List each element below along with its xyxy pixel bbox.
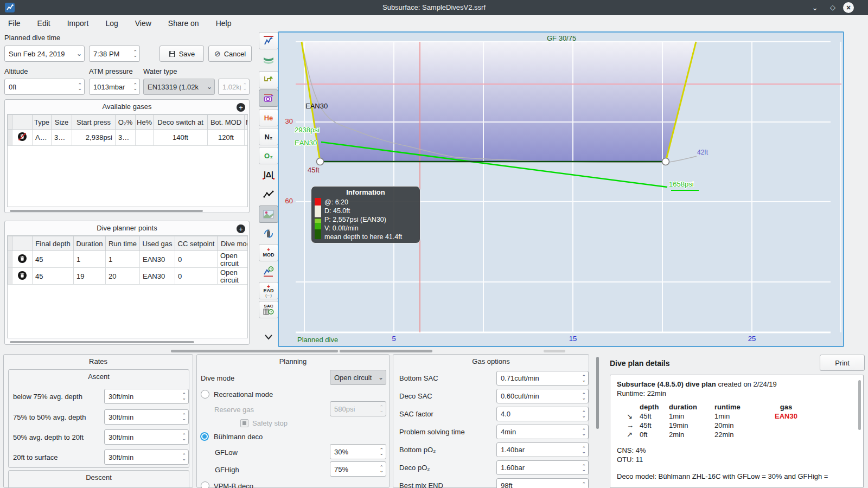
delete-gas-icon[interactable] (12, 130, 33, 146)
toolbar-collapse-button[interactable] (259, 331, 278, 344)
point-depth-cell[interactable]: 45 (33, 268, 74, 285)
gas-he-cell[interactable] (136, 130, 154, 146)
menu-bar: File Edit Import Log View Share on Help (0, 15, 868, 31)
dive-mode-combobox[interactable]: Open circuit ⌄ (330, 370, 386, 385)
planned-dive-time-label: Planned dive time (4, 34, 60, 42)
cancel-button[interactable]: ⊘ Cancel (208, 46, 252, 62)
add-gas-button[interactable]: + (237, 103, 245, 112)
point-gas-cell[interactable]: EAN30 (140, 268, 175, 285)
water-type-combobox[interactable]: EN13319 (1.02k ⌄ (143, 79, 215, 95)
safety-stop-checkbox[interactable] (240, 419, 248, 427)
gases-col-size: Size (52, 115, 72, 130)
splitter-bar[interactable] (340, 350, 432, 352)
recreational-mode-label: Recreational mode (214, 390, 273, 399)
sac-factor-spinbox[interactable]: 4.0 ⌃⌄ (496, 407, 589, 421)
gfhigh-spinbox[interactable]: 75% ⌃⌄ (330, 461, 386, 477)
altitude-spinbox[interactable]: 0ft ⌃⌄ (4, 79, 85, 95)
buhlmann-deco-radio[interactable] (200, 432, 209, 441)
point-setpoint-cell[interactable]: 0 (175, 268, 218, 285)
maximize-button[interactable]: ◇ (830, 3, 835, 11)
seg-gas: EAN30 (764, 412, 808, 421)
oxygen-tool-button[interactable]: O₂ (259, 147, 278, 164)
menu-share-on[interactable]: Share on (167, 17, 200, 30)
point-gas-cell[interactable]: EAN30 (140, 251, 175, 268)
waves-tool-button[interactable] (259, 52, 278, 69)
profile-handle-bottom-end[interactable] (662, 158, 669, 165)
dive-planner-tool-button[interactable] (259, 32, 278, 49)
gas-startpress-cell[interactable]: 2,938psi (72, 130, 116, 146)
point-runtime-cell[interactable]: 20 (106, 268, 140, 285)
splitter-bar[interactable] (544, 350, 565, 352)
heartrate-tool-button[interactable] (259, 186, 278, 203)
dive-time-spinbox[interactable]: 7:38 PM ⌃⌄ (89, 46, 140, 62)
sac-tool-button[interactable]: SAC (259, 301, 278, 318)
tank-time-tool-button[interactable] (259, 89, 278, 107)
gas-decoswitch-cell[interactable]: 140ft (154, 130, 208, 146)
gases-hscrollbar[interactable] (10, 210, 203, 212)
increment-step-tool-button[interactable] (259, 71, 278, 88)
depth-tick-30: 30 (280, 117, 293, 125)
points-hscrollbar[interactable] (10, 341, 194, 343)
menu-log[interactable]: Log (104, 17, 119, 30)
gas-botmod-cell[interactable]: 120ft (208, 130, 245, 146)
menu-view[interactable]: View (134, 17, 152, 30)
point-depth-cell[interactable]: 45 (33, 251, 74, 268)
rate-below75-spinbox[interactable]: 30ft/min ⌃⌄ (104, 389, 189, 404)
deco-po2-spinbox[interactable]: 1.60bar ⌃⌄ (496, 460, 589, 475)
dive-date-combobox[interactable]: Sun Feb 24, 2019 ⌄ (4, 46, 85, 62)
tank-change-tool-button[interactable] (259, 225, 278, 242)
delta-tool-button[interactable]: |Δ| (259, 166, 278, 183)
details-box-vscrollbar[interactable] (858, 380, 861, 430)
best-mix-end-spinbox[interactable]: 98ft ⌃⌄ (496, 478, 589, 488)
menu-file[interactable]: File (7, 17, 22, 30)
recreational-mode-radio[interactable] (201, 390, 209, 399)
bottom-sac-spinbox[interactable]: 0.71cuft/min ⌃⌄ (496, 371, 589, 386)
mod-tool-button[interactable]: + MOD (259, 244, 278, 261)
minimize-button[interactable]: ⌄ (812, 3, 818, 12)
point-duration-cell[interactable]: 1 (74, 251, 106, 268)
gas-mnd-cell[interactable]: 98f (245, 130, 248, 146)
close-button[interactable]: × (843, 2, 854, 13)
gas-size-cell[interactable]: 3… (52, 130, 72, 146)
point-duration-cell[interactable]: 19 (74, 268, 106, 285)
deco-sac-spinbox[interactable]: 0.60cuft/min ⌃⌄ (496, 389, 589, 403)
rate-75to50-spinbox[interactable]: 30ft/min ⌃⌄ (104, 409, 189, 425)
problem-time-spinbox[interactable]: 4min ⌃⌄ (496, 425, 589, 439)
menu-import[interactable]: Import (66, 17, 90, 30)
splitter-bar[interactable] (171, 350, 338, 352)
rate-20tosurface-spinbox[interactable]: 30ft/min ⌃⌄ (104, 450, 189, 465)
menu-edit[interactable]: Edit (36, 17, 52, 30)
ead-dots-label: (···) (265, 293, 272, 297)
photos-tool-button[interactable] (259, 206, 278, 223)
gases-col-mnd: MN (245, 115, 248, 130)
bottom-po2-spinbox[interactable]: 1.40bar ⌃⌄ (496, 442, 589, 457)
gflow-spinbox[interactable]: 30% ⌃⌄ (330, 444, 386, 459)
altitude-label: Altitude (4, 67, 28, 75)
gas-o2-cell[interactable]: 3… (116, 130, 136, 146)
ead-tool-button[interactable]: + EAD (···) (259, 282, 278, 299)
menu-help[interactable]: Help (215, 17, 233, 30)
profile-handle-bottom-start[interactable] (317, 158, 324, 165)
plan-deco-model: Deco model: Bühlmann ZHL-16C with GFLow … (617, 472, 857, 481)
time-tick-5: 5 (386, 335, 402, 343)
nitrogen-tool-button[interactable]: N₂ (259, 128, 278, 145)
spin-arrows-icon: ⌃⌄ (180, 454, 186, 460)
depth-45ft-label: 45ft (308, 166, 320, 174)
vpmb-deco-radio[interactable] (201, 481, 209, 488)
save-button[interactable]: Save (159, 46, 204, 62)
gas-type-cell[interactable]: A… (33, 130, 52, 146)
ndl-time-tool-button[interactable] (259, 263, 278, 280)
print-button[interactable]: Print (820, 355, 865, 371)
rate-20tosurface-value: 30ft/min (108, 453, 133, 461)
rate-50to20-spinbox[interactable]: 30ft/min ⌃⌄ (104, 429, 189, 445)
add-point-button[interactable]: + (237, 224, 245, 233)
delete-point-icon[interactable] (12, 251, 33, 268)
point-divemode-cell[interactable]: Open circuit (218, 251, 248, 268)
atm-pressure-spinbox[interactable]: 1013mbar ⌃⌄ (89, 79, 140, 95)
point-setpoint-cell[interactable]: 0 (175, 251, 218, 268)
details-vscrollbar[interactable] (596, 357, 599, 429)
helium-tool-button[interactable]: He (259, 109, 278, 126)
point-divemode-cell[interactable]: Open circuit (218, 268, 248, 285)
delete-point-icon[interactable] (12, 268, 33, 285)
point-runtime-cell[interactable]: 1 (106, 251, 140, 268)
